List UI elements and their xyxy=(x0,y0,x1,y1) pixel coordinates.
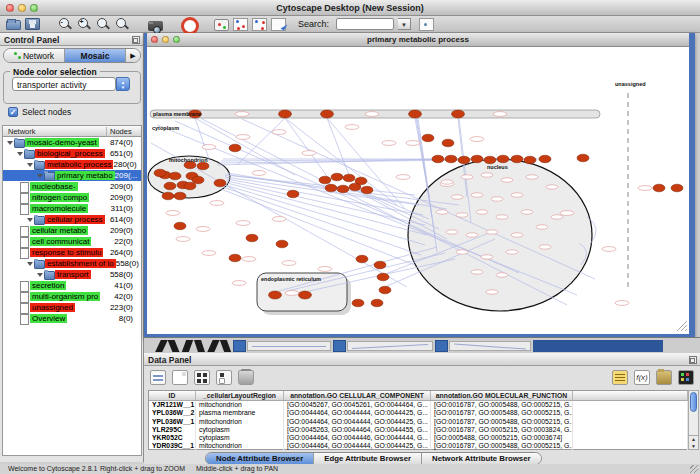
control-panel-header: Control Panel xyxy=(0,33,143,46)
graphics-details-icon[interactable] xyxy=(214,19,229,31)
data-panel: Data Panel f(x) ID _cellularLayoutRegion… xyxy=(144,353,700,464)
zoom-fit-icon[interactable] xyxy=(96,17,111,31)
import-attributes-folder-icon[interactable] xyxy=(656,370,672,385)
tab-node-attribute-browser[interactable]: Node Attribute Browser xyxy=(206,453,314,464)
background-windows-strip[interactable] xyxy=(144,337,700,353)
group-label: Node color selection xyxy=(10,67,100,77)
search-dropdown-button[interactable]: ▼ xyxy=(398,18,411,30)
zoom-selected-icon[interactable] xyxy=(115,17,130,31)
tree-row[interactable]: nucleobase-209(0) xyxy=(3,181,141,192)
network-window-title: primary metabolic process xyxy=(147,35,689,44)
tab-network[interactable]: Network xyxy=(4,49,65,62)
window-resize-grip[interactable] xyxy=(690,465,698,473)
table-scrollbar[interactable]: ▲ ▼ xyxy=(688,390,699,450)
layout-b-icon[interactable] xyxy=(252,18,267,31)
vizmapper-form-icon[interactable] xyxy=(271,18,286,31)
tab-edge-attribute-browser[interactable]: Edge Attribute Browser xyxy=(314,453,422,464)
tree-row-selected[interactable]: primary metabo209(... xyxy=(3,170,141,181)
tree-row[interactable]: secretion41(0) xyxy=(3,280,141,291)
table-row[interactable]: YPL036W__1mitochondrion[GO:0044464, GO:0… xyxy=(149,418,688,426)
canvas-resize-grip[interactable] xyxy=(677,321,687,331)
open-file-icon[interactable] xyxy=(6,20,21,30)
tree-column-network[interactable]: Network xyxy=(3,127,107,136)
control-panel-tabs: Network Mosaic ▶ xyxy=(3,48,141,63)
background-window-titlebar[interactable] xyxy=(533,340,663,352)
tree-row[interactable]: macromolecule311(0) xyxy=(3,203,141,214)
zoom-out-icon[interactable]: - xyxy=(58,17,73,31)
select-nodes-label: Select nodes xyxy=(22,107,71,117)
table-row[interactable]: YPL036W__2plasma membrane[GO:0044464, GO… xyxy=(149,409,688,417)
tree-row[interactable]: unassigned223(0) xyxy=(3,302,141,313)
tree-row[interactable]: metabolic process280(0) xyxy=(3,159,141,170)
tree-row[interactable]: establishment of lo558(0) xyxy=(3,258,141,269)
file-icon xyxy=(19,281,30,290)
select-nodes-checkbox[interactable]: ✓ xyxy=(8,107,18,117)
status-pan-hint: Middle-click + drag to PAN xyxy=(196,465,278,472)
attribute-list-icon[interactable] xyxy=(612,370,628,385)
folder-icon xyxy=(24,149,35,158)
folder-icon xyxy=(44,270,55,279)
tree-row[interactable]: response to stimulu264(0) xyxy=(3,247,141,258)
column-header-cellular-component[interactable]: annotation.GO CELLULAR_COMPONENT xyxy=(284,391,431,400)
file-icon xyxy=(19,237,30,246)
float-panel-icon[interactable] xyxy=(132,36,140,44)
new-attribute-icon[interactable] xyxy=(172,370,188,385)
network-tab-icon xyxy=(14,52,21,59)
tab-overflow-arrow[interactable]: ▶ xyxy=(126,49,140,62)
snapshot-camera-icon[interactable] xyxy=(148,21,163,31)
main-toolbar: - + Search: ▼ xyxy=(0,16,700,33)
background-window-titlebar[interactable] xyxy=(435,340,448,352)
column-header-molecular-function[interactable]: annotation.GO MOLECULAR_FUNCTION xyxy=(431,391,573,400)
network-window-titlebar[interactable]: primary metabolic process xyxy=(147,33,689,47)
search-input[interactable] xyxy=(336,18,394,30)
tree-row[interactable]: cell communicat22(0) xyxy=(3,236,141,247)
delete-attribute-trash-icon[interactable] xyxy=(238,370,254,385)
folder-icon xyxy=(14,138,25,147)
label-mitochondrion: mitochondrion xyxy=(169,157,208,163)
save-session-icon[interactable] xyxy=(25,18,40,30)
file-icon xyxy=(19,248,30,257)
background-window-titlebar[interactable] xyxy=(233,340,246,352)
table-row[interactable]: YKR052Ccytoplasm[GO:0044464, GO:0044446,… xyxy=(149,434,688,442)
tree-column-nodes[interactable]: Nodes xyxy=(107,127,141,136)
layout-a-icon[interactable] xyxy=(233,18,248,31)
scrollbar-thumb[interactable] xyxy=(690,392,697,412)
scrollbar-arrows[interactable]: ▲ ▼ xyxy=(689,435,698,449)
float-panel-icon[interactable] xyxy=(689,356,697,364)
table-row[interactable]: YJR121W__1mitochondrion[GO:0045267, GO:0… xyxy=(149,401,688,409)
attribute-table-icon[interactable] xyxy=(150,370,166,385)
tree-row[interactable]: biological_process651(0) xyxy=(3,148,141,159)
table-row[interactable]: YDR039C__1mitochondrion[GO:0044464, GO:0… xyxy=(149,442,688,450)
app-titlebar[interactable]: Cytoscape Desktop (New Session) xyxy=(0,0,700,16)
network-canvas[interactable]: plasma membrane cytoplasm mitochondrion … xyxy=(147,47,689,333)
tree-row[interactable]: cellular metabo209(0) xyxy=(3,225,141,236)
column-header-id[interactable]: ID xyxy=(149,391,196,400)
search-options-icon[interactable] xyxy=(419,18,434,31)
network-view-window: primary metabolic process xyxy=(144,33,695,337)
formula-fx-icon[interactable]: f(x) xyxy=(634,370,650,385)
attribute-matrix-icon[interactable] xyxy=(678,370,694,385)
unselect-attributes-icon[interactable] xyxy=(216,370,232,385)
select-attributes-icon[interactable] xyxy=(194,370,210,385)
tab-mosaic[interactable]: Mosaic xyxy=(65,49,126,62)
tree-row[interactable]: mosaic-demo-yeast874(0) xyxy=(3,137,141,148)
folder-icon xyxy=(44,171,55,180)
tree-row[interactable]: transport558(0) xyxy=(3,269,141,280)
control-panel: Control Panel Network Mosaic ▶ Node colo… xyxy=(0,33,144,462)
table-row[interactable]: YLR295Ccytoplasm[GO:0045263, GO:0044464,… xyxy=(149,426,688,434)
tree-row[interactable]: nitrogen compo209(0) xyxy=(3,192,141,203)
tree-row[interactable]: multi-organism pro42(0) xyxy=(3,291,141,302)
tree-row[interactable]: cellular process614(0) xyxy=(3,214,141,225)
zoom-in-icon[interactable]: + xyxy=(77,17,92,31)
tab-network-attribute-browser[interactable]: Network Attribute Browser xyxy=(422,453,541,464)
data-panel-title: Data Panel xyxy=(148,355,191,365)
dropdown-stepper-icon[interactable]: ▲▼ xyxy=(116,77,130,91)
tree-header: Network Nodes xyxy=(2,125,142,137)
tree-row[interactable]: Overview8(0) xyxy=(3,313,141,324)
help-lifering-icon[interactable] xyxy=(181,17,196,31)
column-header-region[interactable]: _cellularLayoutRegion xyxy=(196,391,284,400)
background-window-titlebar[interactable] xyxy=(333,340,346,352)
folder-icon xyxy=(34,259,45,268)
file-icon xyxy=(19,193,30,202)
node-color-dropdown[interactable]: transporter activity xyxy=(12,77,116,91)
